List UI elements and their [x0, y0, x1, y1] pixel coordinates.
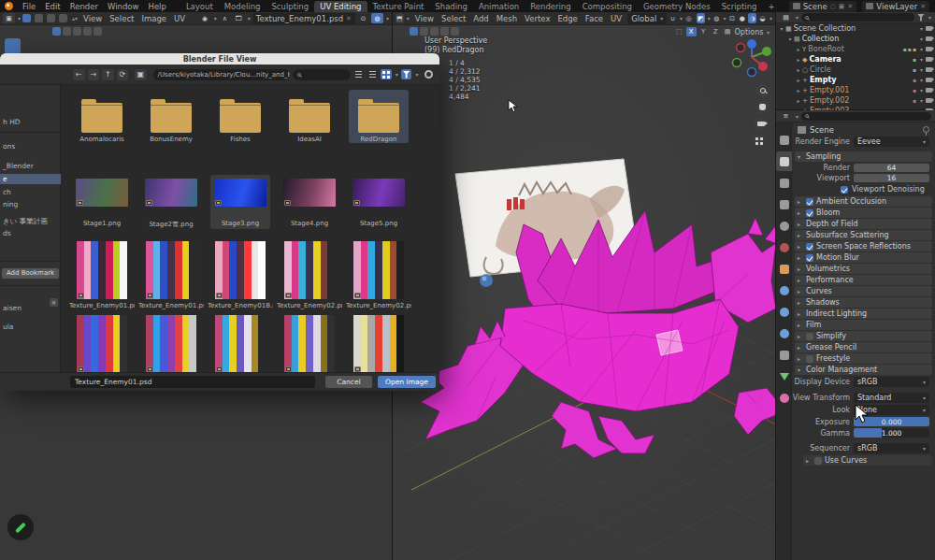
render-toggle-icon[interactable] [926, 78, 932, 82]
add-bookmark-button[interactable]: Add Bookmark [2, 268, 59, 279]
filter-dropdown[interactable]: ▾ [415, 71, 418, 78]
file-image-2[interactable]: Stage3.png [210, 175, 270, 229]
render-toggle-icon[interactable] [926, 47, 932, 51]
outliner-row-empty-002[interactable]: ▸+Empty.002▪▾ [776, 95, 935, 106]
dropdown-view-transform[interactable]: Standard▾ [854, 393, 929, 403]
expand-caret-icon[interactable]: ▸ [795, 66, 802, 73]
dialog-titlebar[interactable]: Blender File View [0, 53, 439, 65]
forward-button[interactable]: → [88, 69, 100, 80]
properties-tab-object[interactable] [776, 259, 792, 279]
uv-sticky-dropdown[interactable]: ▴▾ [72, 15, 78, 22]
proportional-edit-icon[interactable]: ◎ [684, 13, 693, 23]
outliner-row-scene-collection[interactable]: ▾▦Scene Collection▾ [776, 23, 935, 34]
display-vertical-list-icon[interactable] [353, 69, 365, 79]
render-toggle-icon[interactable] [926, 88, 932, 93]
section-checkbox[interactable] [814, 457, 822, 465]
file-texture-2[interactable]: Texture_Enemy01B.png [210, 237, 270, 309]
file-texture-b-0[interactable] [72, 311, 132, 372]
section-checkbox[interactable] [806, 355, 813, 363]
section-shadows[interactable]: ▸Shadows [795, 297, 932, 308]
section-curves[interactable]: ▸Curves [795, 286, 932, 296]
snap-icon[interactable]: ∧ [219, 13, 231, 23]
vp-chip-3[interactable] [430, 27, 439, 36]
hide-toggle-icon[interactable]: ▾ [920, 66, 923, 73]
sidebar-item-4[interactable]: ning [0, 199, 61, 209]
properties-tab-data[interactable] [776, 366, 792, 386]
expand-caret-icon[interactable]: ▸ [795, 97, 802, 104]
section-grease-pencil[interactable]: ▸Grease Pencil [795, 342, 932, 352]
file-texture-1[interactable]: Texture_Enemy01.psd [141, 237, 201, 309]
zoom-view-button[interactable] [755, 83, 770, 97]
section-checkbox[interactable] [806, 243, 813, 251]
up-directory-button[interactable]: ↑ [102, 69, 114, 80]
section-bloom[interactable]: ▸Bloom [795, 208, 932, 218]
vp-menu-add[interactable]: Add [469, 14, 492, 23]
menu-help[interactable]: Help [143, 2, 170, 11]
sidebar-item-2[interactable]: e [0, 174, 61, 184]
scene-selector[interactable]: Scene ○ ▣ ✕ [789, 1, 857, 12]
file-folder-bonusenemy[interactable]: BonusEnemy [141, 90, 201, 143]
section-checkbox[interactable] [806, 198, 813, 206]
hide-toggle-icon[interactable]: ▾ [920, 56, 923, 63]
properties-tab-render[interactable] [776, 151, 792, 171]
filename-input[interactable]: Texture_Enemy01.psd [70, 376, 315, 388]
properties-tab-view-layer[interactable] [776, 194, 792, 214]
file-texture-4[interactable]: Texture_Enemy02.psd [349, 237, 409, 309]
slider-gamma[interactable]: 1.000 [854, 428, 929, 438]
editor-type-dropdown[interactable]: ▣ [3, 13, 15, 23]
vp-menu-edge[interactable]: Edge [554, 14, 581, 23]
render-engine-dropdown[interactable]: Eevee▾ [854, 136, 929, 147]
uv-chip-2[interactable] [63, 27, 71, 36]
uv-selectmode-island-icon[interactable] [59, 14, 67, 22]
hide-toggle-icon[interactable]: ▾ [920, 25, 923, 32]
path-field[interactable]: /Users/kiyotaka/Library/Clou...nity_and_… [153, 69, 291, 80]
vp-menu-select[interactable]: Select [438, 14, 469, 23]
hide-toggle-icon[interactable]: ▾ [920, 97, 923, 104]
viewport-3d[interactable]: ⬒▾ ViewSelectAddMeshVertexEdgeFaceUV Glo… [393, 12, 776, 560]
pan-view-button[interactable] [755, 100, 770, 114]
properties-search-input[interactable] [801, 112, 931, 121]
menu-edit[interactable]: Edit [40, 2, 65, 11]
dropdown-look[interactable]: None▾ [854, 405, 929, 415]
outliner-row-empty[interactable]: ▸+Empty▪▾ [776, 75, 935, 85]
shading-solid-icon[interactable]: ● [738, 13, 746, 23]
uv-selectmode-edge-icon[interactable] [35, 14, 43, 22]
section-film[interactable]: ▸Film [795, 320, 932, 330]
section-color-management[interactable]: ▾Color Management [795, 365, 932, 375]
tab-layout[interactable]: Layout [180, 1, 219, 12]
section-checkbox[interactable] [806, 209, 813, 217]
tab-shading[interactable]: Shading [429, 1, 473, 12]
tab-animation[interactable]: Animation [473, 1, 525, 12]
proportional-falloff-icon[interactable]: ▤ [723, 27, 733, 36]
display-size-dropdown[interactable]: ▾ [396, 71, 398, 78]
vp-menu-mesh[interactable]: Mesh [493, 14, 521, 23]
hide-toggle-icon[interactable]: ▾ [920, 46, 923, 52]
section-indirect-lighting[interactable]: ▸Indirect Lighting [795, 309, 932, 319]
file-texture-b-4[interactable] [349, 311, 409, 372]
new-folder-button[interactable]: ▣ [135, 69, 147, 80]
vp-menu-uv[interactable]: UV [607, 14, 626, 23]
uv-chip-5[interactable] [94, 27, 102, 36]
blender-logo-icon[interactable] [5, 2, 13, 10]
transform-orientation-dropdown[interactable]: Global▾ [627, 13, 667, 24]
vp-menu-vertex[interactable]: Vertex [521, 14, 554, 23]
menu-window[interactable]: Window [103, 2, 144, 11]
vp-menu-face[interactable]: Face [582, 14, 607, 23]
display-horizontal-list-icon[interactable] [367, 69, 379, 79]
mirror-axis-y[interactable]: Y [698, 27, 709, 36]
volume-item[interactable]: h HD [0, 117, 61, 127]
overlays-icon[interactable]: ◍ [712, 13, 721, 23]
display-thumbnail-icon[interactable] [381, 69, 392, 79]
hide-toggle-icon[interactable]: ▾ [920, 36, 923, 42]
section-depth-of-field[interactable]: ▸Depth of Field [795, 219, 932, 229]
section-checkbox[interactable] [806, 333, 813, 340]
file-texture-b-2[interactable] [210, 311, 270, 372]
slider-exposure[interactable]: 0.000 [854, 417, 929, 426]
scene-unlink-icon[interactable]: ✕ [847, 3, 853, 10]
uv-menu-image[interactable]: Image [137, 14, 170, 23]
dropdown-display-device[interactable]: sRGB▾ [854, 377, 929, 387]
render-toggle-icon[interactable] [926, 26, 932, 31]
viewlayer-remove-icon[interactable]: ✕ [920, 3, 926, 10]
mirror-axis-z[interactable]: Z [711, 27, 721, 36]
render-toggle-icon[interactable] [926, 36, 932, 41]
